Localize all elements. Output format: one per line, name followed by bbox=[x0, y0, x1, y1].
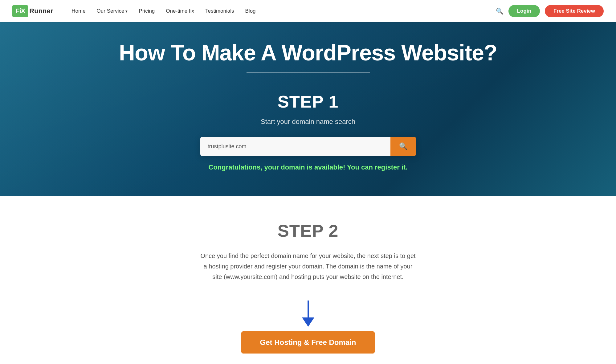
step2-section: STEP 2 Once you find the perfect domain … bbox=[0, 196, 616, 364]
arrow-down-container bbox=[12, 301, 604, 328]
domain-search-input[interactable] bbox=[200, 137, 390, 156]
hero-section: How To Make A WordPress Website? STEP 1 … bbox=[0, 22, 616, 196]
step2-description: Once you find the perfect domain name fo… bbox=[200, 251, 416, 282]
logo-runner: Runner bbox=[29, 7, 53, 15]
nav-pricing[interactable]: Pricing bbox=[139, 8, 155, 14]
logo[interactable]: FiX Runner bbox=[12, 5, 53, 17]
nav-our-service[interactable]: Our Service bbox=[97, 8, 128, 14]
step1-label: STEP 1 bbox=[12, 92, 604, 112]
logo-box: FiX bbox=[12, 5, 28, 17]
search-container: 🔍 bbox=[12, 137, 604, 156]
search-wrapper: 🔍 bbox=[200, 137, 416, 156]
hero-title: How To Make A WordPress Website? bbox=[12, 41, 604, 65]
hero-divider bbox=[247, 72, 370, 73]
nav-home[interactable]: Home bbox=[71, 8, 85, 14]
logo-x: X bbox=[21, 7, 25, 15]
step1-subtitle: Start your domain name search bbox=[12, 118, 604, 126]
navbar: FiX Runner Home Our Service Pricing One-… bbox=[0, 0, 616, 22]
search-btn-icon: 🔍 bbox=[399, 142, 407, 150]
nav-one-time-fix[interactable]: One-time fix bbox=[166, 8, 194, 14]
step2-label: STEP 2 bbox=[12, 221, 604, 241]
domain-success-message: Congratulations, your domain is availabl… bbox=[12, 163, 604, 171]
arrow-down-icon bbox=[299, 301, 317, 328]
search-icon-button[interactable]: 🔍 bbox=[496, 7, 504, 15]
search-icon: 🔍 bbox=[496, 7, 504, 15]
logo-fix: Fi bbox=[15, 7, 21, 15]
nav-testimonials[interactable]: Testimonials bbox=[205, 8, 234, 14]
free-site-review-button[interactable]: Free Site Review bbox=[545, 5, 604, 17]
get-hosting-button[interactable]: Get Hosting & Free Domain bbox=[241, 331, 374, 354]
navbar-nav: Home Our Service Pricing One-time fix Te… bbox=[71, 8, 496, 14]
navbar-actions: 🔍 Login Free Site Review bbox=[496, 5, 604, 17]
nav-blog[interactable]: Blog bbox=[245, 8, 256, 14]
domain-search-button[interactable]: 🔍 bbox=[390, 137, 416, 156]
svg-marker-1 bbox=[302, 317, 314, 327]
login-button[interactable]: Login bbox=[508, 5, 540, 17]
